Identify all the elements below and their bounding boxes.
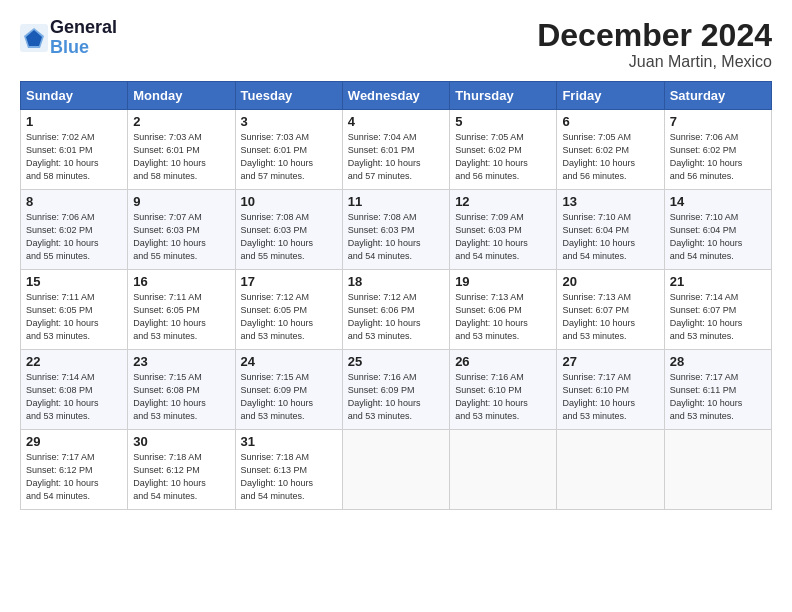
table-row: 30Sunrise: 7:18 AM Sunset: 6:12 PM Dayli… (128, 430, 235, 510)
day-info: Sunrise: 7:13 AM Sunset: 6:07 PM Dayligh… (562, 291, 658, 343)
calendar-week-4: 22Sunrise: 7:14 AM Sunset: 6:08 PM Dayli… (21, 350, 772, 430)
day-info: Sunrise: 7:18 AM Sunset: 6:12 PM Dayligh… (133, 451, 229, 503)
day-info: Sunrise: 7:16 AM Sunset: 6:10 PM Dayligh… (455, 371, 551, 423)
calendar-week-1: 1Sunrise: 7:02 AM Sunset: 6:01 PM Daylig… (21, 110, 772, 190)
table-row: 18Sunrise: 7:12 AM Sunset: 6:06 PM Dayli… (342, 270, 449, 350)
day-info: Sunrise: 7:18 AM Sunset: 6:13 PM Dayligh… (241, 451, 337, 503)
day-info: Sunrise: 7:03 AM Sunset: 6:01 PM Dayligh… (133, 131, 229, 183)
table-row: 12Sunrise: 7:09 AM Sunset: 6:03 PM Dayli… (450, 190, 557, 270)
day-number: 28 (670, 354, 766, 369)
col-wednesday: Wednesday (342, 82, 449, 110)
table-row: 14Sunrise: 7:10 AM Sunset: 6:04 PM Dayli… (664, 190, 771, 270)
day-number: 19 (455, 274, 551, 289)
day-number: 22 (26, 354, 122, 369)
day-info: Sunrise: 7:12 AM Sunset: 6:06 PM Dayligh… (348, 291, 444, 343)
calendar-subtitle: Juan Martin, Mexico (537, 53, 772, 71)
col-friday: Friday (557, 82, 664, 110)
table-row: 5Sunrise: 7:05 AM Sunset: 6:02 PM Daylig… (450, 110, 557, 190)
day-info: Sunrise: 7:03 AM Sunset: 6:01 PM Dayligh… (241, 131, 337, 183)
day-info: Sunrise: 7:17 AM Sunset: 6:11 PM Dayligh… (670, 371, 766, 423)
day-info: Sunrise: 7:05 AM Sunset: 6:02 PM Dayligh… (455, 131, 551, 183)
table-row: 24Sunrise: 7:15 AM Sunset: 6:09 PM Dayli… (235, 350, 342, 430)
day-info: Sunrise: 7:11 AM Sunset: 6:05 PM Dayligh… (26, 291, 122, 343)
table-row: 7Sunrise: 7:06 AM Sunset: 6:02 PM Daylig… (664, 110, 771, 190)
day-info: Sunrise: 7:10 AM Sunset: 6:04 PM Dayligh… (670, 211, 766, 263)
table-row (450, 430, 557, 510)
day-number: 15 (26, 274, 122, 289)
day-number: 26 (455, 354, 551, 369)
title-block: December 2024 Juan Martin, Mexico (537, 18, 772, 71)
day-number: 8 (26, 194, 122, 209)
day-info: Sunrise: 7:05 AM Sunset: 6:02 PM Dayligh… (562, 131, 658, 183)
table-row (342, 430, 449, 510)
table-row: 10Sunrise: 7:08 AM Sunset: 6:03 PM Dayli… (235, 190, 342, 270)
day-number: 5 (455, 114, 551, 129)
table-row: 20Sunrise: 7:13 AM Sunset: 6:07 PM Dayli… (557, 270, 664, 350)
day-number: 16 (133, 274, 229, 289)
table-row: 22Sunrise: 7:14 AM Sunset: 6:08 PM Dayli… (21, 350, 128, 430)
logo: General Blue (20, 18, 117, 58)
header-row: Sunday Monday Tuesday Wednesday Thursday… (21, 82, 772, 110)
day-info: Sunrise: 7:17 AM Sunset: 6:10 PM Dayligh… (562, 371, 658, 423)
day-number: 23 (133, 354, 229, 369)
logo-icon (20, 24, 48, 52)
day-number: 6 (562, 114, 658, 129)
table-row: 13Sunrise: 7:10 AM Sunset: 6:04 PM Dayli… (557, 190, 664, 270)
day-info: Sunrise: 7:02 AM Sunset: 6:01 PM Dayligh… (26, 131, 122, 183)
table-row: 29Sunrise: 7:17 AM Sunset: 6:12 PM Dayli… (21, 430, 128, 510)
day-number: 7 (670, 114, 766, 129)
day-number: 1 (26, 114, 122, 129)
day-info: Sunrise: 7:09 AM Sunset: 6:03 PM Dayligh… (455, 211, 551, 263)
day-number: 14 (670, 194, 766, 209)
day-info: Sunrise: 7:07 AM Sunset: 6:03 PM Dayligh… (133, 211, 229, 263)
day-info: Sunrise: 7:12 AM Sunset: 6:05 PM Dayligh… (241, 291, 337, 343)
day-info: Sunrise: 7:06 AM Sunset: 6:02 PM Dayligh… (670, 131, 766, 183)
day-info: Sunrise: 7:17 AM Sunset: 6:12 PM Dayligh… (26, 451, 122, 503)
day-number: 31 (241, 434, 337, 449)
table-row: 23Sunrise: 7:15 AM Sunset: 6:08 PM Dayli… (128, 350, 235, 430)
col-thursday: Thursday (450, 82, 557, 110)
logo-text: General Blue (50, 18, 117, 58)
day-number: 20 (562, 274, 658, 289)
page: General Blue December 2024 Juan Martin, … (0, 0, 792, 612)
day-info: Sunrise: 7:11 AM Sunset: 6:05 PM Dayligh… (133, 291, 229, 343)
day-info: Sunrise: 7:14 AM Sunset: 6:07 PM Dayligh… (670, 291, 766, 343)
day-info: Sunrise: 7:08 AM Sunset: 6:03 PM Dayligh… (348, 211, 444, 263)
day-info: Sunrise: 7:15 AM Sunset: 6:08 PM Dayligh… (133, 371, 229, 423)
table-row: 9Sunrise: 7:07 AM Sunset: 6:03 PM Daylig… (128, 190, 235, 270)
table-row: 6Sunrise: 7:05 AM Sunset: 6:02 PM Daylig… (557, 110, 664, 190)
table-row: 19Sunrise: 7:13 AM Sunset: 6:06 PM Dayli… (450, 270, 557, 350)
day-info: Sunrise: 7:04 AM Sunset: 6:01 PM Dayligh… (348, 131, 444, 183)
logo-line1: General (50, 18, 117, 38)
day-number: 27 (562, 354, 658, 369)
table-row: 1Sunrise: 7:02 AM Sunset: 6:01 PM Daylig… (21, 110, 128, 190)
table-row: 27Sunrise: 7:17 AM Sunset: 6:10 PM Dayli… (557, 350, 664, 430)
day-number: 4 (348, 114, 444, 129)
table-row: 17Sunrise: 7:12 AM Sunset: 6:05 PM Dayli… (235, 270, 342, 350)
table-row (557, 430, 664, 510)
day-number: 12 (455, 194, 551, 209)
table-row: 3Sunrise: 7:03 AM Sunset: 6:01 PM Daylig… (235, 110, 342, 190)
calendar-week-5: 29Sunrise: 7:17 AM Sunset: 6:12 PM Dayli… (21, 430, 772, 510)
table-row: 28Sunrise: 7:17 AM Sunset: 6:11 PM Dayli… (664, 350, 771, 430)
table-row: 26Sunrise: 7:16 AM Sunset: 6:10 PM Dayli… (450, 350, 557, 430)
calendar-week-3: 15Sunrise: 7:11 AM Sunset: 6:05 PM Dayli… (21, 270, 772, 350)
col-saturday: Saturday (664, 82, 771, 110)
day-number: 18 (348, 274, 444, 289)
table-row: 31Sunrise: 7:18 AM Sunset: 6:13 PM Dayli… (235, 430, 342, 510)
day-number: 21 (670, 274, 766, 289)
day-info: Sunrise: 7:06 AM Sunset: 6:02 PM Dayligh… (26, 211, 122, 263)
table-row: 25Sunrise: 7:16 AM Sunset: 6:09 PM Dayli… (342, 350, 449, 430)
table-row (664, 430, 771, 510)
table-row: 8Sunrise: 7:06 AM Sunset: 6:02 PM Daylig… (21, 190, 128, 270)
table-row: 4Sunrise: 7:04 AM Sunset: 6:01 PM Daylig… (342, 110, 449, 190)
calendar-week-2: 8Sunrise: 7:06 AM Sunset: 6:02 PM Daylig… (21, 190, 772, 270)
col-monday: Monday (128, 82, 235, 110)
calendar-table: Sunday Monday Tuesday Wednesday Thursday… (20, 81, 772, 510)
table-row: 21Sunrise: 7:14 AM Sunset: 6:07 PM Dayli… (664, 270, 771, 350)
table-row: 2Sunrise: 7:03 AM Sunset: 6:01 PM Daylig… (128, 110, 235, 190)
day-info: Sunrise: 7:14 AM Sunset: 6:08 PM Dayligh… (26, 371, 122, 423)
day-number: 13 (562, 194, 658, 209)
day-number: 10 (241, 194, 337, 209)
day-number: 30 (133, 434, 229, 449)
